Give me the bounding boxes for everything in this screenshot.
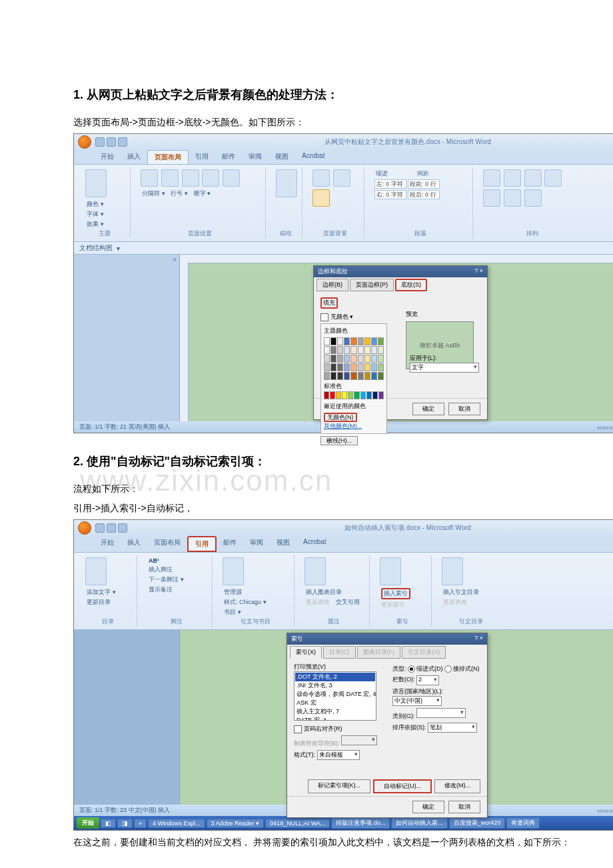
navpane-close-icon[interactable]: × bbox=[74, 255, 179, 265]
taskbar-item[interactable]: 排版注意事项.do... bbox=[331, 817, 390, 829]
insert-caption-button[interactable] bbox=[305, 557, 326, 585]
quicklaunch-icon[interactable]: » bbox=[134, 819, 147, 828]
cancel-button[interactable]: 取消 bbox=[448, 403, 480, 415]
effects-dropdown[interactable]: 效果 ▾ bbox=[87, 220, 104, 229]
dlgtab-pageborder[interactable]: 页面边框(P) bbox=[350, 279, 394, 291]
fonts-dropdown[interactable]: 字体 ▾ bbox=[87, 210, 104, 219]
ab-icon[interactable]: AB¹ bbox=[149, 557, 159, 564]
spacing-after-input[interactable]: 段后: 0 行 bbox=[408, 190, 440, 199]
applyto-select[interactable]: 文字 bbox=[410, 363, 479, 373]
markentry-button[interactable]: 标记索引项(K)... bbox=[308, 779, 371, 793]
category-select[interactable] bbox=[416, 708, 466, 718]
updatetoc-button[interactable]: 更新目录 bbox=[87, 598, 111, 607]
pagecolor-button[interactable] bbox=[333, 169, 350, 187]
quicklaunch-icon[interactable]: ◧ bbox=[101, 819, 116, 828]
group-button[interactable] bbox=[504, 189, 521, 207]
taskbar-item[interactable]: 如何自动插入索... bbox=[391, 817, 448, 829]
tab-insert[interactable]: 插入 bbox=[121, 150, 147, 164]
insert-index-button[interactable]: 插入索引 bbox=[381, 588, 410, 599]
breaks-dropdown[interactable]: 分隔符 ▾ bbox=[142, 189, 165, 198]
rightalign-checkbox[interactable] bbox=[294, 725, 302, 733]
dialog-close-icon[interactable]: ? × bbox=[474, 635, 483, 643]
dropdown-icon[interactable]: ▾ bbox=[350, 313, 353, 320]
ok-button[interactable]: 确定 bbox=[412, 801, 444, 813]
taskbar-item[interactable]: 3 Adobe Reader ▾ bbox=[207, 819, 265, 828]
start-button[interactable]: 开始 bbox=[77, 817, 99, 829]
orientation-button[interactable] bbox=[141, 169, 158, 187]
bringfront-button[interactable] bbox=[504, 169, 521, 187]
tab-references[interactable]: 引用 bbox=[187, 536, 217, 552]
format-select[interactable]: 来自模板 bbox=[317, 750, 360, 760]
taskbar-item[interactable]: 有道词典 bbox=[506, 817, 540, 829]
document-canvas[interactable]: 边框和底纹? × 边框(B) 页面边框(P) 底纹(S) 填充 无颜色 ▾ 主题… bbox=[180, 255, 613, 421]
tab-acrobat[interactable]: Acrobat bbox=[297, 536, 332, 552]
paper-button[interactable] bbox=[276, 169, 297, 197]
insert-tof-button[interactable]: 插入图表目录 bbox=[306, 588, 342, 597]
crossref-button[interactable]: 交叉引用 bbox=[336, 598, 360, 607]
size-button[interactable] bbox=[202, 169, 219, 187]
position-button[interactable] bbox=[483, 169, 500, 187]
ok-button[interactable]: 确定 bbox=[412, 403, 444, 415]
tab-mailings[interactable]: 邮件 bbox=[215, 150, 242, 164]
type-runin-radio[interactable] bbox=[444, 665, 452, 673]
columns-button[interactable] bbox=[223, 169, 240, 187]
quick-access-toolbar[interactable] bbox=[95, 523, 127, 533]
themes-button[interactable] bbox=[85, 169, 107, 197]
tab-home[interactable]: 开始 bbox=[94, 150, 121, 164]
tab-pagelayout[interactable]: 页面布局 bbox=[147, 536, 187, 552]
insert-citation-button[interactable] bbox=[223, 557, 244, 585]
linenumbers-dropdown[interactable]: 行号 ▾ bbox=[171, 189, 188, 198]
columns-input[interactable]: 2 bbox=[416, 675, 439, 685]
office-button-icon[interactable] bbox=[78, 135, 91, 149]
tab-review[interactable]: 审阅 bbox=[243, 536, 270, 552]
sort-select[interactable]: 笔划 bbox=[428, 723, 477, 733]
dlgtab-border[interactable]: 边框(B) bbox=[316, 279, 348, 291]
tab-mailings[interactable]: 邮件 bbox=[217, 536, 243, 552]
mark-entry-button[interactable] bbox=[380, 557, 401, 585]
colors-dropdown[interactable]: 颜色 ▾ bbox=[87, 200, 104, 209]
pageborder-button[interactable] bbox=[312, 189, 330, 207]
tab-view[interactable]: 视图 bbox=[270, 536, 297, 552]
nocolor-link[interactable]: 无颜色(N) bbox=[324, 413, 357, 422]
bibliography-dropdown[interactable]: 书目 ▾ bbox=[224, 608, 241, 617]
dlgtab-index[interactable]: 索引(X) bbox=[290, 646, 322, 659]
taskbar-item[interactable]: 0418_NULL;AI WA... bbox=[265, 819, 330, 828]
style-dropdown[interactable]: 样式: Chicago ▾ bbox=[224, 598, 267, 607]
pattern-button[interactable]: 横线(H)... bbox=[320, 436, 358, 445]
show-notes-button[interactable]: 显示备注 bbox=[149, 585, 173, 594]
margins-button[interactable] bbox=[161, 169, 179, 187]
theme-color-palette[interactable] bbox=[324, 337, 384, 380]
document-canvas[interactable]: 索引? × 索引(X) 目录(C) 图表目录(F) 引文目录(A) 打印预览(V… bbox=[180, 630, 613, 805]
hyphen-dropdown[interactable]: 断字 ▾ bbox=[194, 189, 211, 198]
wrap-button[interactable] bbox=[544, 169, 562, 187]
taskbar-item[interactable]: 4 Windows Expl... bbox=[148, 819, 205, 828]
rotate-button[interactable] bbox=[524, 189, 542, 207]
language-select[interactable]: 中文(中国) bbox=[392, 696, 442, 706]
modify-button[interactable]: 修改(M)... bbox=[434, 779, 480, 793]
tab-home[interactable]: 开始 bbox=[94, 536, 121, 552]
manage-sources-button[interactable]: 管理源 bbox=[224, 588, 242, 597]
zoom-control[interactable]: ▭▭▭▭ 120% bbox=[597, 424, 613, 431]
standard-color-palette[interactable] bbox=[324, 391, 384, 399]
tab-view[interactable]: 视图 bbox=[269, 150, 295, 164]
indent-left-input[interactable]: 左: 0 字符 bbox=[374, 179, 406, 189]
dlgtab-shading[interactable]: 底纹(S) bbox=[395, 279, 427, 291]
watermark-button[interactable] bbox=[312, 169, 330, 187]
tab-pagelayout[interactable]: 页面布局 bbox=[147, 150, 189, 164]
taskbar-item[interactable]: 百度搜索_wor420 bbox=[449, 817, 506, 829]
quick-access-toolbar[interactable] bbox=[95, 137, 127, 147]
type-indented-radio[interactable] bbox=[408, 665, 415, 673]
fill-swatch[interactable] bbox=[320, 313, 328, 321]
tab-acrobat[interactable]: Acrobat bbox=[295, 150, 331, 164]
dialog-close-icon[interactable]: ? × bbox=[474, 267, 483, 276]
indent-right-input[interactable]: 右: 0 字符 bbox=[374, 190, 406, 199]
cancel-button[interactable]: 取消 bbox=[448, 801, 480, 813]
tab-insert[interactable]: 插入 bbox=[121, 536, 147, 552]
toc-button[interactable] bbox=[85, 557, 107, 585]
addtext-dropdown[interactable]: 添加文字 ▾ bbox=[87, 588, 116, 597]
next-footnote-button[interactable]: 下一条脚注 ▾ bbox=[149, 575, 184, 584]
preview-listbox[interactable]: .DOT 文件名, 2 .INI 文件名, 3 @命令选项，参阅 DATE 宏,… bbox=[294, 671, 376, 721]
tab-review[interactable]: 审阅 bbox=[242, 150, 269, 164]
mark-citation-button[interactable] bbox=[442, 557, 463, 585]
morecolors-link[interactable]: 其他颜色(M)... bbox=[324, 423, 362, 429]
